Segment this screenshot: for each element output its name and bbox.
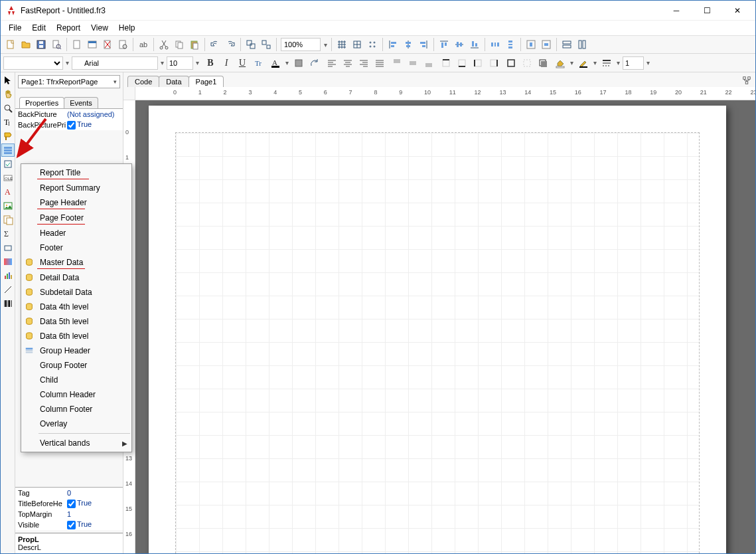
format-tool[interactable] [1,130,15,143]
preview-button[interactable] [49,37,64,52]
paste-button[interactable] [187,37,202,52]
space-h-button[interactable] [488,37,502,52]
ungroup-button[interactable] [259,37,273,52]
valign-bottom-button[interactable] [421,56,436,70]
frame-none-button[interactable] [520,56,534,70]
menu-item-overlay[interactable]: Overlay [21,416,131,431]
close-button[interactable]: ✕ [722,1,753,21]
valign-top-button[interactable] [390,56,404,70]
menu-view[interactable]: View [86,22,113,34]
align-bottom-button[interactable] [467,37,482,52]
prop-row[interactable]: BackPicturePriTrue [15,120,123,130]
text-tool[interactable]: TI [1,116,15,129]
sysmemo-tool[interactable]: Σ [1,227,15,240]
framecolor-button[interactable] [576,56,591,70]
menu-file[interactable]: File [3,22,27,34]
deletepage-button[interactable] [100,37,115,52]
frame-bottom-button[interactable] [455,56,469,70]
same-height-button[interactable] [575,37,589,52]
framestyle-button[interactable] [599,56,614,70]
prop-row[interactable]: BackPicture(Not assigned) [15,109,123,120]
framecolor-dropdown[interactable]: ▾ [592,59,598,66]
open-button[interactable] [19,37,33,52]
halign-block-button[interactable] [372,56,387,70]
fontname-dropdown-icon[interactable]: ▾ [159,59,165,66]
menu-item-report-summary[interactable]: Report Summary [21,181,131,195]
menu-item-footer[interactable]: Footer [21,240,131,255]
frame-all-button[interactable] [504,56,518,70]
valign-middle-button[interactable] [406,56,420,70]
framestyle-dropdown[interactable]: ▾ [615,59,621,66]
maximize-button[interactable]: ☐ [692,1,722,21]
tab-events[interactable]: Events [64,97,98,108]
menu-item-data-4th-level[interactable]: Data 4th level [21,300,131,314]
barcode-tool[interactable] [1,297,15,310]
zoom-dropdown[interactable]: ▾ [323,41,329,48]
fontsize-dropdown-icon[interactable]: ▾ [194,59,200,66]
style-combo[interactable] [3,56,63,70]
cut-button[interactable] [157,37,171,52]
align-center-h-button[interactable] [401,37,416,52]
highlight-button[interactable] [291,56,306,70]
align-top-button[interactable] [437,37,451,52]
menu-item-page-header[interactable]: Page Header [21,195,131,210]
menu-item-vertical-bands[interactable]: Vertical bands▶ [21,436,131,450]
underline-button[interactable]: U [235,56,250,70]
redo-button[interactable] [223,37,238,52]
save-button[interactable] [34,37,48,52]
menu-help[interactable]: Help [113,22,141,34]
menu-item-master-data[interactable]: Master Data [21,255,131,270]
fontcolor-dropdown[interactable]: ▾ [284,59,290,66]
space-v-button[interactable] [503,37,518,52]
frame-right-button[interactable] [487,56,501,70]
center-h-button[interactable] [524,37,538,52]
fontcolor-button[interactable]: A [268,56,283,70]
design-canvas[interactable] [135,100,755,553]
object-combo[interactable]: Page1: TfrxReportPage▾ [18,75,120,88]
tab-code[interactable]: Code [127,76,159,87]
ole-tool[interactable]: OLE [1,171,15,185]
prop-row[interactable]: VisibleTrue [15,519,123,530]
align-middle-v-button[interactable] [452,37,467,52]
halign-right-button[interactable] [356,56,371,70]
align-left-button[interactable] [386,37,400,52]
new-button[interactable] [3,37,18,52]
fillcolor-dropdown[interactable]: ▾ [569,59,575,66]
tab-page1[interactable]: Page1 [189,76,224,87]
frame-left-button[interactable] [471,56,485,70]
gradient-tool[interactable] [1,255,15,268]
menu-item-report-title[interactable]: Report Title [21,165,131,180]
bold-button[interactable]: B [203,56,218,70]
fontname-combo[interactable] [72,56,158,70]
frame-top-button[interactable] [439,56,453,70]
menu-item-detail-data[interactable]: Detail Data [21,270,131,285]
variables-button[interactable]: ab [136,37,151,52]
tab-properties[interactable]: Properties [19,97,64,108]
showgrid-button[interactable] [335,37,349,52]
newpage-button[interactable] [70,37,84,52]
report-tree-button[interactable] [742,76,751,87]
same-width-button[interactable] [560,37,574,52]
minimize-button[interactable]: ─ [661,1,692,21]
zoom-input[interactable] [281,38,321,51]
picture-tool[interactable] [1,199,15,213]
snapgrid-button[interactable] [350,37,364,52]
menu-item-subdetail-data[interactable]: Subdetail Data [21,285,131,300]
menu-item-column-header[interactable]: Column Header [21,387,131,402]
prop-row[interactable]: TopMargin1 [15,509,123,519]
select-tool[interactable] [1,74,15,87]
subreport-tool[interactable] [1,213,15,227]
fittogrid-button[interactable] [365,37,380,52]
framewidth-dropdown[interactable]: ▾ [645,59,651,66]
chart-tool[interactable] [1,269,15,282]
align-right-button[interactable] [416,37,431,52]
center-v-button[interactable] [539,37,554,52]
menu-report[interactable]: Report [51,22,86,34]
richtext-tool[interactable]: A [1,185,15,199]
pagesettings-button[interactable] [115,37,130,52]
menu-item-column-footer[interactable]: Column Footer [21,402,131,416]
newdialog-button[interactable] [85,37,100,52]
menu-item-data-5th-level[interactable]: Data 5th level [21,314,131,329]
menu-item-page-footer[interactable]: Page Footer [21,211,131,225]
halign-center-button[interactable] [340,56,355,70]
